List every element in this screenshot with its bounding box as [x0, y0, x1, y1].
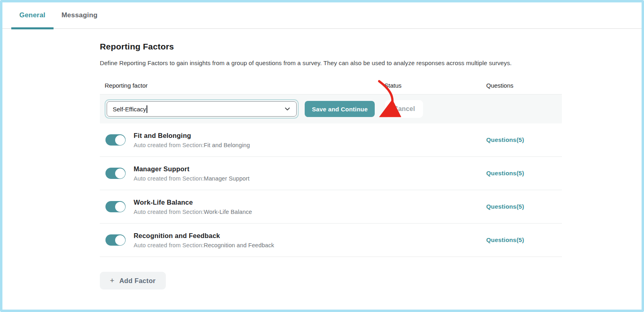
tab-messaging[interactable]: Messaging — [54, 2, 106, 29]
questions-link[interactable]: Questions(5) — [486, 236, 524, 243]
chevron-down-icon[interactable] — [284, 106, 291, 112]
toggle-knob — [115, 235, 125, 245]
factor-row-manager-support: Manager Support Auto created from Sectio… — [100, 157, 562, 190]
factor-row-recognition-and-feedback: Recognition and Feedback Auto created fr… — [100, 224, 562, 257]
factor-subtitle-prefix: Auto created from Section: — [134, 242, 204, 248]
factor-subtitle-section: Fit and Belonging — [204, 142, 250, 148]
factor-name: Work-Life Balance — [134, 199, 252, 206]
toggle-knob — [115, 168, 125, 179]
header-questions: Questions — [486, 82, 562, 89]
status-toggle[interactable] — [105, 201, 126, 212]
tab-bar: General Messaging — [2, 2, 642, 29]
header-reporting-factor: Reporting factor — [105, 82, 384, 89]
app-window: General Messaging Reporting Factors Defi… — [0, 0, 644, 312]
factor-subtitle-section: Work-Life Balance — [204, 209, 252, 215]
factor-subtitle: Auto created from Section:Recognition an… — [134, 242, 274, 248]
tab-messaging-label: Messaging — [62, 11, 98, 19]
main-content: Reporting Factors Define Reporting Facto… — [100, 42, 562, 289]
factor-subtitle-prefix: Auto created from Section: — [134, 175, 204, 182]
factor-text: Fit and Belonging Auto created from Sect… — [134, 132, 250, 148]
header-status: Status — [384, 82, 486, 89]
questions-link[interactable]: Questions(5) — [486, 203, 524, 210]
factor-text: Work-Life Balance Auto created from Sect… — [134, 199, 252, 215]
factor-text: Manager Support Auto created from Sectio… — [134, 165, 250, 182]
status-toggle[interactable] — [105, 168, 126, 179]
status-toggle[interactable] — [105, 134, 126, 146]
factor-subtitle: Auto created from Section:Fit and Belong… — [134, 142, 250, 148]
questions-link[interactable]: Questions(5) — [486, 170, 524, 177]
factor-subtitle-section: Manager Support — [204, 175, 250, 182]
factor-subtitle: Auto created from Section:Work-Life Bala… — [134, 209, 252, 215]
tab-general-label: General — [19, 11, 45, 19]
page-title: Reporting Factors — [100, 42, 562, 51]
factor-name: Fit and Belonging — [134, 132, 250, 140]
factor-subtitle: Auto created from Section:Manager Suppor… — [134, 175, 250, 182]
factor-row-fit-and-belonging: Fit and Belonging Auto created from Sect… — [100, 123, 562, 157]
factor-text: Recognition and Feedback Auto created fr… — [134, 232, 274, 248]
questions-cell: Questions(5) — [486, 203, 562, 210]
text-cursor — [147, 105, 147, 113]
page-description: Define Reporting Factors to gain insight… — [100, 60, 562, 66]
table-header-row: Reporting factor Status Questions — [100, 77, 562, 94]
factor-subtitle-section: Recognition and Feedback — [204, 242, 274, 248]
tab-general[interactable]: General — [11, 2, 54, 29]
factor-name: Manager Support — [134, 165, 250, 173]
reporting-factor-combobox-focus-ring: Self-Efficacy — [105, 99, 299, 119]
new-factor-editor-row: Self-Efficacy Save and Continue Cancel — [100, 94, 562, 123]
add-factor-label: Add Factor — [119, 277, 155, 285]
questions-cell: Questions(5) — [486, 170, 562, 177]
save-and-continue-button[interactable]: Save and Continue — [305, 101, 375, 117]
questions-cell: Questions(5) — [486, 236, 562, 244]
reporting-factor-input[interactable]: Self-Efficacy — [107, 101, 297, 117]
status-toggle[interactable] — [105, 234, 126, 246]
cancel-button[interactable]: Cancel — [385, 100, 423, 118]
toggle-knob — [115, 135, 125, 145]
reporting-factor-input-value: Self-Efficacy — [113, 106, 146, 113]
questions-link[interactable]: Questions(5) — [486, 136, 524, 143]
factor-name: Recognition and Feedback — [134, 232, 274, 240]
factor-subtitle-prefix: Auto created from Section: — [134, 209, 204, 215]
toggle-knob — [115, 202, 125, 212]
factor-subtitle-prefix: Auto created from Section: — [134, 142, 204, 148]
questions-cell: Questions(5) — [486, 136, 562, 144]
factor-row-work-life-balance: Work-Life Balance Auto created from Sect… — [100, 190, 562, 224]
add-factor-button[interactable]: + Add Factor — [100, 272, 166, 289]
plus-icon: + — [110, 276, 114, 285]
